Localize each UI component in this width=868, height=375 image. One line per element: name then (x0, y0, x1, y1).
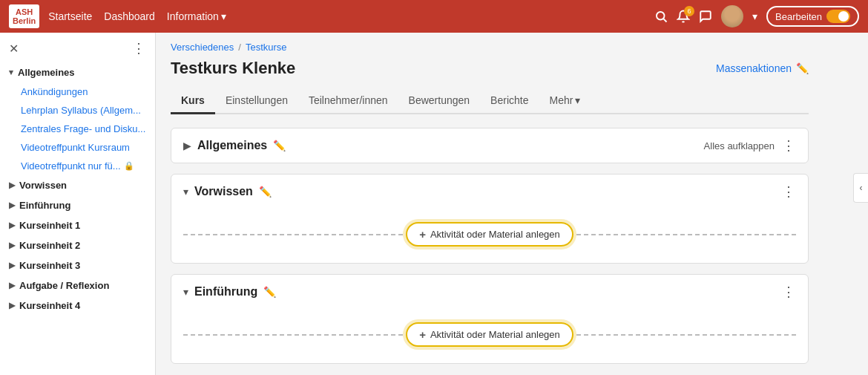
section-edit-icon[interactable]: ✏️ (263, 286, 276, 298)
sidebar-section-kurseinheit3[interactable]: ▶ Kurseinheit 3 (0, 255, 155, 275)
section-einfuehrung-header: ▾ Einführung ✏️ ⋮ (171, 275, 808, 309)
add-activity-einfuehrung-button[interactable]: + Aktivität oder Material anlegen (406, 322, 573, 347)
tab-teilnehmer[interactable]: Teilnehmer/innen (298, 88, 398, 114)
page-title: Testkurs Klenke (171, 59, 295, 78)
sidebar-section-kurseinheit1[interactable]: ▶ Kurseinheit 1 (0, 215, 155, 235)
logo[interactable]: ASH Berlin (9, 4, 39, 28)
tab-bewertungen[interactable]: Bewertungen (398, 88, 481, 114)
sidebar-section-vorwissen[interactable]: ▶ Vorwissen (0, 175, 155, 195)
notifications-button[interactable]: 6 (677, 10, 690, 23)
chevron-right-icon: ▶ (9, 200, 15, 210)
edit-toggle-switch (826, 10, 850, 23)
main-layout: ✕ ⋮ ▾ Allgemeines Ankündigungen Lehrplan… (0, 33, 868, 375)
sidebar-header: ✕ ⋮ (0, 33, 155, 62)
chevron-down-icon: ▾ (9, 68, 13, 77)
search-button[interactable] (654, 10, 668, 23)
sidebar-item-videotreffpunkt-nur[interactable]: Videotreffpunkt nur fü... 🔒 (0, 157, 155, 175)
chevron-right-icon: ▶ (9, 301, 15, 310)
content-inner: Verschiedenes / Testkurse Testkurs Klenk… (156, 33, 823, 375)
section-allgemeines-header: ▶ Allgemeines ✏️ Alles aufklappen ⋮ (171, 128, 808, 163)
avatar-dropdown-icon[interactable]: ▾ (752, 10, 757, 22)
section-einfuehrung: ▾ Einführung ✏️ ⋮ + Aktivität oder Ma (171, 274, 809, 364)
chevron-right-icon: ▶ (9, 281, 15, 290)
tab-einstellungen[interactable]: Einstellungen (215, 88, 298, 114)
section-context-menu-button[interactable]: ⋮ (782, 137, 796, 154)
section-context-menu-button[interactable]: ⋮ (782, 183, 796, 200)
sidebar: ✕ ⋮ ▾ Allgemeines Ankündigungen Lehrplan… (0, 33, 156, 375)
main-content: Verschiedenes / Testkurse Testkurs Klenk… (156, 33, 868, 375)
top-navigation: ASH Berlin Startseite Dashboard Informat… (0, 0, 868, 33)
add-activity-vorwissen-button[interactable]: + Aktivität oder Material anlegen (406, 222, 573, 247)
sidebar-item-ankuendigungen[interactable]: Ankündigungen (0, 82, 155, 101)
sidebar-section-kurseinheit2[interactable]: ▶ Kurseinheit 2 (0, 235, 155, 255)
svg-point-0 (657, 12, 665, 20)
sidebar-section-allgemeines: ▾ Allgemeines Ankündigungen Lehrplan Syl… (0, 62, 155, 175)
nav-right: 6 ▾ Bearbeiten (654, 5, 859, 27)
section-collapse-icon[interactable]: ▾ (183, 186, 188, 198)
nav-links: Startseite Dashboard Information ▾ (48, 10, 651, 22)
section-vorwissen-body: + Aktivität oder Material anlegen (171, 209, 808, 263)
massenaktionen-button[interactable]: Massenaktionen ✏️ (716, 62, 809, 74)
chevron-right-icon: ▶ (9, 180, 15, 190)
tab-mehr[interactable]: Mehr ▾ (539, 88, 591, 114)
section-context-menu-button[interactable]: ⋮ (782, 284, 796, 300)
chat-button[interactable] (699, 10, 712, 23)
notification-count: 6 (684, 6, 694, 16)
nav-dashboard[interactable]: Dashboard (104, 10, 155, 22)
chevron-right-icon: ▶ (9, 221, 15, 230)
sidebar-section-kurseinheit4[interactable]: ▶ Kurseinheit 4 (0, 296, 155, 316)
chevron-right-icon: ▶ (9, 261, 15, 270)
breadcrumb-testkurse[interactable]: Testkurse (246, 42, 287, 53)
lock-icon: 🔒 (124, 161, 134, 171)
right-panel-collapse-button[interactable]: ‹ (853, 173, 868, 203)
section-edit-icon[interactable]: ✏️ (259, 186, 272, 198)
section-expand-icon[interactable]: ▶ (183, 140, 191, 151)
svg-line-1 (663, 19, 666, 22)
course-tabs: Kurs Einstellungen Teilnehmer/innen Bewe… (171, 88, 809, 114)
add-activity-vorwissen-container: + Aktivität oder Material anlegen (183, 216, 796, 252)
tab-berichte[interactable]: Berichte (480, 88, 539, 114)
add-activity-einfuehrung-container: + Aktivität oder Material anlegen (183, 316, 796, 353)
section-einfuehrung-title: Einführung ✏️ (194, 285, 782, 299)
section-einfuehrung-right: ⋮ (782, 284, 796, 300)
tab-kurs[interactable]: Kurs (171, 88, 215, 114)
breadcrumb-verschiedenes[interactable]: Verschiedenes (171, 42, 234, 53)
edit-toggle-button[interactable]: Bearbeiten (766, 6, 859, 27)
section-vorwissen-header: ▾ Vorwissen ✏️ ⋮ (171, 175, 808, 209)
page-title-row: Testkurs Klenke Massenaktionen ✏️ (171, 59, 809, 78)
breadcrumb-separator: / (238, 42, 241, 53)
section-allgemeines: ▶ Allgemeines ✏️ Alles aufklappen ⋮ (171, 128, 809, 163)
sidebar-section-title-allgemeines[interactable]: ▾ Allgemeines (0, 62, 155, 82)
section-einfuehrung-body: + Aktivität oder Material anlegen (171, 309, 808, 363)
nav-information[interactable]: Information ▾ (167, 10, 226, 22)
chevron-right-icon: ▶ (9, 241, 15, 250)
sidebar-item-lehrplan[interactable]: Lehrplan Syllabus (Allgem... (0, 101, 155, 120)
section-vorwissen-right: ⋮ (782, 183, 796, 200)
sidebar-item-zentrales[interactable]: Zentrales Frage- und Disku... (0, 120, 155, 138)
sidebar-section-aufgabe[interactable]: ▶ Aufgabe / Reflexion (0, 275, 155, 296)
plus-icon: + (419, 328, 426, 341)
section-allgemeines-right: Alles aufklappen ⋮ (704, 137, 796, 154)
sidebar-item-videotreffpunkt-kursraum[interactable]: Videotreffpunkt Kursraum (0, 138, 155, 157)
section-allgemeines-title: Allgemeines ✏️ (197, 139, 704, 152)
section-edit-icon[interactable]: ✏️ (273, 140, 286, 151)
section-collapse-icon[interactable]: ▾ (183, 286, 188, 298)
plus-icon: + (419, 228, 426, 241)
nav-startseite[interactable]: Startseite (48, 10, 92, 22)
section-vorwissen-title: Vorwissen ✏️ (194, 185, 782, 198)
chevron-down-icon: ▾ (575, 94, 580, 106)
breadcrumb: Verschiedenes / Testkurse (171, 42, 809, 53)
sidebar-section-einfuehrung[interactable]: ▶ Einführung (0, 195, 155, 215)
avatar[interactable] (721, 5, 743, 27)
chevron-down-icon: ▾ (221, 10, 226, 22)
section-vorwissen: ▾ Vorwissen ✏️ ⋮ + Aktivität oder Mat (171, 174, 809, 264)
sidebar-menu-button[interactable]: ⋮ (132, 40, 146, 56)
edit-icon: ✏️ (796, 62, 809, 74)
alles-aufklappen-button[interactable]: Alles aufklappen (704, 140, 775, 151)
sidebar-close-button[interactable]: ✕ (9, 42, 19, 56)
